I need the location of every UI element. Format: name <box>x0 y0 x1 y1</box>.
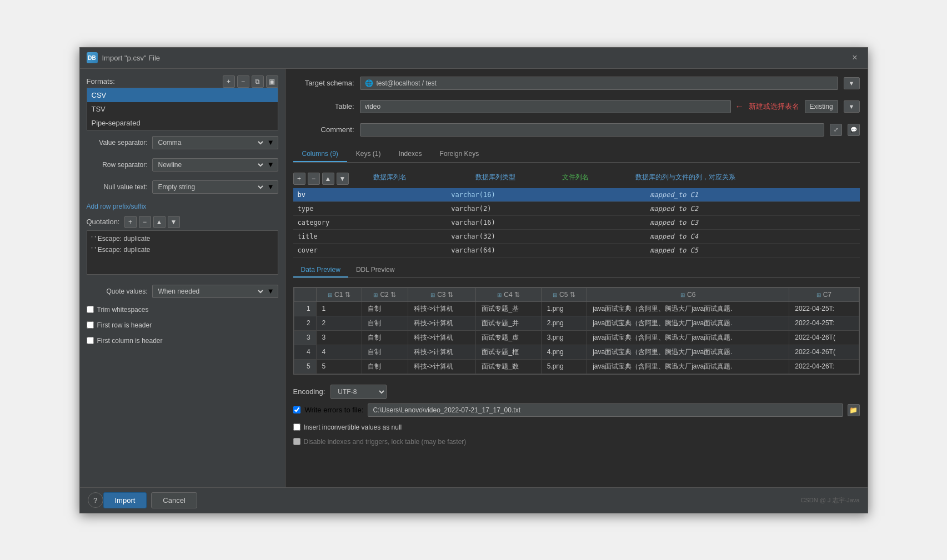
formats-remove-btn[interactable]: − <box>237 75 249 88</box>
th-c5: ⊞C5 ⇅ <box>541 287 587 301</box>
disable-indexes-checkbox[interactable] <box>293 438 300 445</box>
write-errors-path-input[interactable] <box>368 403 843 417</box>
col-up-btn[interactable]: ▲ <box>322 173 334 185</box>
value-separator-row: Value separator: Comma Tab Semicolon ▼ <box>87 136 278 149</box>
table-chinese-note: 新建或选择表名 <box>749 102 799 112</box>
write-errors-checkbox[interactable] <box>293 406 300 413</box>
columns-toolbar: + − ▲ ▼ 数据库列名 数据库列类型 文件列名 数据库的列与文件的列，对应关… <box>293 173 860 185</box>
null-value-row: Null value text: Empty string NULL ▼ <box>87 180 278 194</box>
null-value-select[interactable]: Empty string NULL <box>156 183 265 191</box>
row-separator-select-wrapper[interactable]: Newline ▼ <box>152 158 278 171</box>
cell-c3: 科技->计算机 <box>408 359 476 374</box>
value-separator-select-wrapper[interactable]: Comma Tab Semicolon ▼ <box>152 136 278 149</box>
col-type-title: varchar(32) <box>447 229 645 243</box>
col-mapping-bv: mapped_to C1 <box>645 188 859 202</box>
formats-copy-btn[interactable]: ⧉ <box>252 75 264 88</box>
formats-label: Formats: <box>87 77 115 85</box>
formats-list: CSV TSV Pipe-separated <box>87 88 278 130</box>
formats-save-btn[interactable]: ▣ <box>266 75 278 88</box>
tab-foreign-keys[interactable]: Foreign Keys <box>431 147 488 162</box>
quotation-item-2[interactable]: ' ' Escape: duplicate <box>89 244 275 255</box>
table-row[interactable]: cover varchar(64) mapped to C5 <box>293 243 860 257</box>
format-item-pipe[interactable]: Pipe-separated <box>87 116 278 130</box>
write-errors-browse-btn[interactable]: 📁 <box>848 404 860 416</box>
table-row[interactable]: type varchar(2) mapped to C2 <box>293 201 860 215</box>
format-item-tsv[interactable]: TSV <box>87 102 278 116</box>
table-row: 2 2 自制 科技->计算机 面试专题_并 2.png java面试宝典（含阿里… <box>294 316 859 330</box>
formats-add-btn[interactable]: + <box>223 75 235 88</box>
row-num: 1 <box>294 301 316 316</box>
columns-section: + − ▲ ▼ 数据库列名 数据库列类型 文件列名 数据库的列与文件的列，对应关… <box>293 173 860 258</box>
tab-columns[interactable]: Columns (9) <box>293 147 347 162</box>
cell-c2: 自制 <box>362 359 408 374</box>
first-col-header-checkbox[interactable] <box>87 337 94 344</box>
add-row-prefix-link[interactable]: Add row prefix/suffix <box>87 203 278 210</box>
target-schema-input[interactable]: 🌐 test@localhost / test <box>360 77 838 90</box>
cancel-button[interactable]: Cancel <box>151 492 197 508</box>
first-row-header-checkbox[interactable] <box>87 321 94 329</box>
cell-c4: 面试专题_框 <box>476 345 541 359</box>
close-button[interactable]: × <box>849 52 860 64</box>
formats-header: Formats: + − ⧉ ▣ <box>87 75 278 88</box>
col-name-title: title <box>293 229 447 243</box>
cell-c2: 自制 <box>362 316 408 330</box>
quotation-item-1[interactable]: ' ' Escape: duplicate <box>89 233 275 244</box>
encoding-row: Encoding: UTF-8 UTF-16 ISO-8859-1 <box>293 385 860 399</box>
row-num: 3 <box>294 330 316 345</box>
row-separator-select[interactable]: Newline <box>156 160 265 169</box>
cell-c3: 科技->计算机 <box>408 345 476 359</box>
comment-expand-btn[interactable]: ⤢ <box>830 124 842 136</box>
quote-values-select-wrapper[interactable]: When needed Always Never ▼ <box>152 285 278 298</box>
formats-section: Formats: + − ⧉ ▣ CSV TSV Pipe-separated <box>87 75 278 130</box>
annotation-mapping-note: 数据库的列与文件的列，对应关系 <box>635 173 735 185</box>
th-c4: ⊞C4 ⇅ <box>476 287 541 301</box>
data-preview-table-wrapper[interactable]: ⊞C1 ⇅ ⊞C2 ⇅ ⊞C3 ⇅ ⊞C4 ⇅ ⊞C5 ⇅ ⊞C6 ⊞C7 1 … <box>293 287 860 375</box>
annotation-db-col-type: 数据库列类型 <box>475 173 515 185</box>
import-dialog: DB Import "p.csv" File × Formats: + − ⧉ … <box>79 47 868 513</box>
table-row[interactable]: title varchar(32) mapped to C4 <box>293 229 860 243</box>
target-schema-dropdown[interactable]: ▼ <box>844 77 860 89</box>
comment-icon-btn[interactable]: 💬 <box>848 124 860 136</box>
import-button[interactable]: Import <box>103 492 147 508</box>
columns-table: bv varchar(16) mapped_to C1 type varchar… <box>293 188 860 258</box>
col-remove-btn[interactable]: − <box>308 173 320 185</box>
encoding-select[interactable]: UTF-8 UTF-16 ISO-8859-1 <box>330 385 387 399</box>
table-name-input[interactable] <box>360 100 731 113</box>
comment-input[interactable] <box>360 123 824 137</box>
preview-tabs-bar: Data Preview DDL Preview <box>293 263 860 278</box>
null-value-select-wrapper[interactable]: Empty string NULL ▼ <box>152 180 278 194</box>
value-separator-select[interactable]: Comma Tab Semicolon <box>156 138 265 147</box>
insert-inconvertible-checkbox[interactable] <box>293 423 300 431</box>
target-schema-row: Target schema: 🌐 test@localhost / test ▼ <box>293 77 860 90</box>
cell-c2: 自制 <box>362 345 408 359</box>
quotation-add-btn[interactable]: + <box>124 216 137 228</box>
trim-whitespaces-label: Trim whitespaces <box>97 306 149 314</box>
quote-values-select[interactable]: When needed Always Never <box>156 287 265 296</box>
cell-c4: 面试专题_基 <box>476 301 541 316</box>
col-name-category: category <box>293 215 447 229</box>
preview-tab-data[interactable]: Data Preview <box>293 263 348 278</box>
table-arrow: ← <box>735 102 744 112</box>
preview-tab-ddl[interactable]: DDL Preview <box>348 263 403 278</box>
existing-button[interactable]: Existing <box>805 100 838 113</box>
tab-indexes[interactable]: Indexes <box>390 147 431 162</box>
table-row: 1 1 自制 科技->计算机 面试专题_基 1.png java面试宝典（含阿里… <box>294 301 859 316</box>
format-item-csv[interactable]: CSV <box>87 88 278 102</box>
table-row[interactable]: category varchar(16) mapped to C3 <box>293 215 860 229</box>
cell-c6: java面试宝典（含阿里、腾迅大厂java面试真题. <box>587 359 789 374</box>
col-mapping-type: mapped to C2 <box>645 201 859 215</box>
tab-keys[interactable]: Keys (1) <box>347 147 390 162</box>
cell-c4: 面试专题_数 <box>476 359 541 374</box>
cell-c7: 2022-04-26T( <box>789 345 859 359</box>
help-button[interactable]: ? <box>88 492 103 508</box>
quotation-down-btn[interactable]: ▼ <box>168 216 180 228</box>
col-add-btn[interactable]: + <box>293 173 305 185</box>
cell-c7: 2022-04-25T: <box>789 316 859 330</box>
table-row[interactable]: bv varchar(16) mapped_to C1 <box>293 188 860 202</box>
col-down-btn[interactable]: ▼ <box>337 173 349 185</box>
quotation-up-btn[interactable]: ▲ <box>153 216 166 228</box>
trim-whitespaces-checkbox[interactable] <box>87 306 94 313</box>
table-dropdown-btn[interactable]: ▼ <box>844 100 860 113</box>
col-mapping-title: mapped to C4 <box>645 229 859 243</box>
quotation-remove-btn[interactable]: − <box>139 216 151 228</box>
